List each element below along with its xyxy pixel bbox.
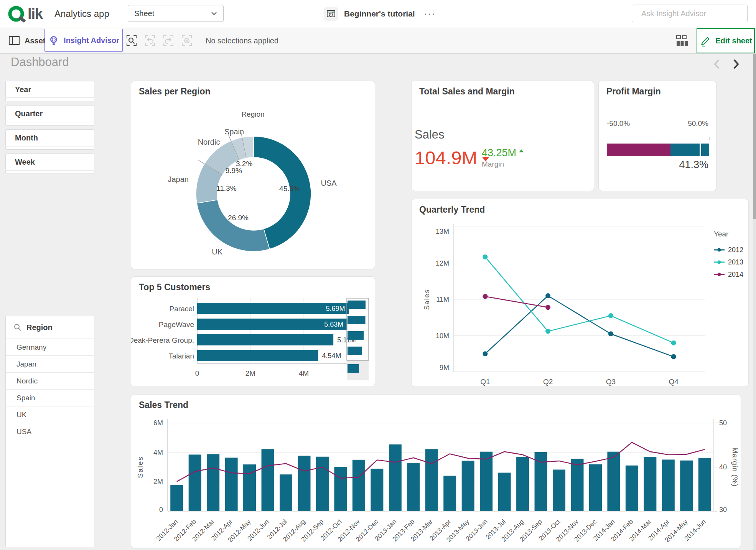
- filter-year[interactable]: Year: [5, 81, 94, 101]
- kpi-secondary[interactable]: 43.25M Margin: [482, 147, 524, 168]
- scrollbar-thumb[interactable]: [753, 54, 756, 219]
- bar-2014-Apr[interactable]: [662, 459, 675, 511]
- line-series-2012[interactable]: [485, 296, 674, 357]
- insight-advisor-icon: [48, 35, 59, 46]
- undo-selection-icon[interactable]: [143, 34, 156, 47]
- gauge-min-label: -50.0%: [607, 119, 630, 128]
- insight-advisor-button[interactable]: Insight Advisor: [44, 29, 123, 52]
- x-tick-label: Q4: [669, 378, 679, 386]
- bar-2013-Aug[interactable]: [516, 457, 529, 511]
- total-sales-margin-card: Total Sales and Margin Sales 104.9M 43.2…: [411, 81, 594, 191]
- region-item-usa[interactable]: USA: [6, 423, 94, 440]
- app-thumbnail-icon[interactable]: [324, 7, 338, 21]
- gauge-bar[interactable]: [607, 144, 709, 156]
- bar-2012-Jun[interactable]: [262, 449, 274, 511]
- minimap-bar: [348, 347, 362, 355]
- bar-2013-Sep[interactable]: [535, 452, 547, 511]
- data-point[interactable]: [483, 254, 488, 259]
- app-more-menu[interactable]: ···: [424, 9, 436, 19]
- sheet-selector[interactable]: Sheet: [128, 5, 224, 22]
- region-item-nordic[interactable]: Nordic: [6, 373, 94, 390]
- legend-item-2013[interactable]: 2013: [714, 258, 756, 267]
- bar-2012-Sep[interactable]: [316, 457, 329, 511]
- bar-2012-Mar[interactable]: [207, 454, 219, 511]
- gauge-value: 41.3%: [679, 159, 708, 171]
- bar-2014-May[interactable]: [680, 461, 693, 511]
- redo-selection-icon[interactable]: [162, 34, 175, 47]
- filter-week[interactable]: Week: [5, 154, 94, 174]
- bar-2013-Jan[interactable]: [389, 444, 402, 511]
- left-y-tick-label: 6M: [153, 419, 163, 427]
- bar-2012-Jan[interactable]: [170, 485, 183, 511]
- combo-chart[interactable]: 02M4M6M3040502012-Jan2012-Feb2012-Mar201…: [131, 395, 741, 549]
- bar-2012-Apr[interactable]: [225, 458, 238, 511]
- bar-2012-Jul[interactable]: [280, 474, 292, 511]
- previous-sheet-icon[interactable]: [713, 58, 721, 71]
- insight-advisor-search[interactable]: [632, 5, 748, 22]
- bar-2013-May[interactable]: [462, 461, 474, 511]
- line-chart[interactable]: 9M10M11M12M13MQ1Q2Q3Q4Sales: [412, 199, 749, 387]
- pie-slice-percent: 3.2%: [236, 160, 252, 168]
- gauge-max-label: 50.0%: [688, 119, 708, 128]
- minimap-bar: [348, 364, 359, 373]
- x-tick-label: Q1: [480, 378, 490, 386]
- bar-2013-Dec[interactable]: [589, 464, 602, 511]
- bar-2013-Mar[interactable]: [425, 449, 438, 511]
- data-point[interactable]: [608, 313, 613, 318]
- region-item-japan[interactable]: Japan: [6, 356, 94, 373]
- data-point[interactable]: [483, 294, 488, 299]
- margin-line[interactable]: [177, 443, 705, 482]
- bar-2014-Feb[interactable]: [626, 466, 638, 511]
- data-point[interactable]: [483, 351, 488, 356]
- chart-title: Total Sales and Margin: [419, 86, 515, 97]
- next-sheet-icon[interactable]: [732, 58, 740, 71]
- bar-2013-Jul[interactable]: [498, 473, 511, 511]
- kpi-primary-value[interactable]: 104.9M: [415, 147, 489, 168]
- sheet-grid-icon[interactable]: [675, 35, 688, 47]
- bar-2012-Feb[interactable]: [189, 454, 201, 511]
- assets-button[interactable]: Assets: [8, 28, 50, 53]
- region-listbox-header[interactable]: Region: [6, 316, 94, 339]
- bar-2012-Oct[interactable]: [334, 467, 347, 511]
- bar-2014-Jun[interactable]: [698, 458, 711, 511]
- edit-sheet-button[interactable]: Edit sheet: [697, 28, 755, 53]
- bar-deak-perera-group-[interactable]: [197, 334, 333, 345]
- data-point[interactable]: [671, 354, 676, 359]
- bar-chart[interactable]: 02M4M6MParacel5.69MPageWave5.63MDeak-Per…: [131, 277, 376, 387]
- line-series-2013[interactable]: [485, 257, 674, 343]
- bar-2013-Oct[interactable]: [553, 470, 565, 511]
- bar-2013-Jun[interactable]: [480, 452, 492, 511]
- bar-2014-Mar[interactable]: [644, 457, 656, 511]
- search-selections-icon[interactable]: [125, 34, 138, 47]
- bar-2012-Dec[interactable]: [371, 469, 383, 511]
- pie-chart[interactable]: USA45.5%UK26.9%Japan11.3%Nordic9.9%Spain…: [131, 81, 376, 270]
- region-item-germany[interactable]: Germany: [6, 339, 94, 356]
- data-point[interactable]: [608, 331, 613, 336]
- bar-2014-Jan[interactable]: [607, 452, 620, 511]
- scrollbar[interactable]: [753, 54, 756, 550]
- bar-2012-Aug[interactable]: [298, 456, 311, 511]
- filter-month[interactable]: Month: [5, 129, 94, 150]
- bar-talarian[interactable]: [197, 350, 318, 361]
- data-point[interactable]: [671, 340, 676, 345]
- region-item-uk[interactable]: UK: [6, 406, 94, 423]
- bar-2013-Feb[interactable]: [407, 463, 420, 511]
- data-point[interactable]: [545, 293, 550, 298]
- data-point[interactable]: [545, 305, 550, 310]
- pie-slice-percent: 9.9%: [226, 167, 242, 175]
- line-series-2014[interactable]: [485, 296, 548, 307]
- bar-category-label: Talarian: [168, 352, 194, 360]
- bar-2013-Nov[interactable]: [571, 459, 584, 511]
- legend-item-2012[interactable]: 2012: [714, 245, 756, 254]
- data-point[interactable]: [545, 329, 550, 334]
- pie-slice-uk[interactable]: [197, 200, 270, 251]
- bar-2013-Apr[interactable]: [443, 476, 456, 511]
- legend-item-2014[interactable]: 2014: [714, 270, 756, 279]
- bar-category-label: Deak-Perera Group.: [131, 336, 194, 344]
- ask-insight-advisor-input[interactable]: [641, 9, 744, 18]
- x-tick-label: 0: [195, 369, 199, 377]
- filter-quarter[interactable]: Quarter: [5, 105, 94, 126]
- region-item-spain[interactable]: Spain: [6, 390, 94, 406]
- clear-selections-icon[interactable]: [180, 34, 193, 47]
- bar-2012-Nov[interactable]: [352, 460, 365, 511]
